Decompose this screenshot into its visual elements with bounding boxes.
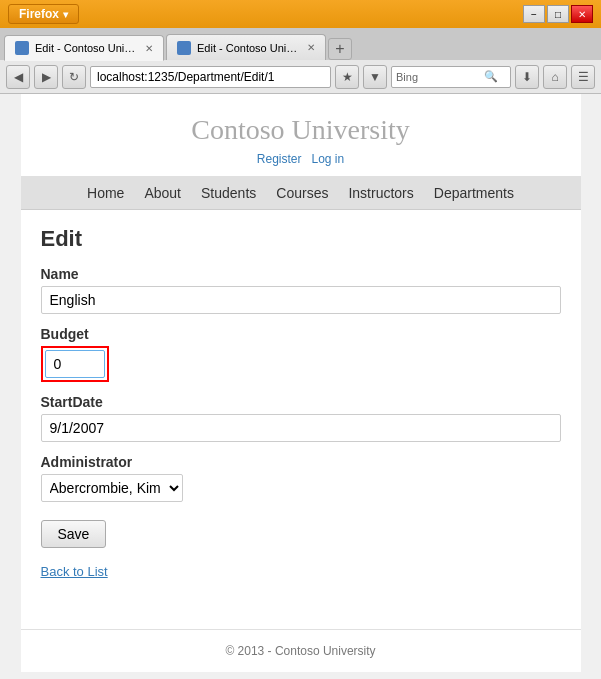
tab-0[interactable]: Edit - Contoso University ✕ — [4, 35, 164, 61]
name-label: Name — [41, 266, 561, 282]
address-input[interactable] — [90, 66, 331, 88]
menu-button[interactable]: ☰ — [571, 65, 595, 89]
save-button[interactable]: Save — [41, 520, 107, 548]
name-group: Name — [41, 266, 561, 314]
search-input[interactable] — [421, 70, 481, 84]
footer-text: © 2013 - Contoso University — [225, 644, 375, 658]
login-link[interactable]: Log in — [312, 152, 345, 166]
title-bar: Firefox − □ ✕ — [0, 0, 601, 28]
budget-label: Budget — [41, 326, 561, 342]
startdate-group: StartDate — [41, 394, 561, 442]
download-button[interactable]: ⬇ — [515, 65, 539, 89]
budget-group: Budget — [41, 326, 561, 382]
budget-input[interactable] — [45, 350, 105, 378]
nav-students[interactable]: Students — [201, 185, 256, 201]
page-content: Contoso University Register Log in Home … — [0, 94, 601, 679]
nav-courses[interactable]: Courses — [276, 185, 328, 201]
search-icon[interactable]: 🔍 — [484, 70, 498, 83]
tab-icon-1 — [177, 41, 191, 55]
main-content: Edit Name Budget StartDate Administrator — [21, 210, 581, 609]
site-footer: © 2013 - Contoso University — [21, 629, 581, 672]
nav-about[interactable]: About — [144, 185, 181, 201]
address-bar: ◀ ▶ ↻ ★ ▼ Bing 🔍 ⬇ ⌂ ☰ — [0, 60, 601, 94]
tab-label-1: Edit - Contoso University — [197, 42, 301, 54]
tab-icon-0 — [15, 41, 29, 55]
startdate-label: StartDate — [41, 394, 561, 410]
tab-close-1[interactable]: ✕ — [307, 42, 315, 53]
administrator-label: Administrator — [41, 454, 561, 470]
tab-1[interactable]: Edit - Contoso University ✕ — [166, 34, 326, 60]
back-to-list-link[interactable]: Back to List — [41, 564, 561, 579]
window-controls: − □ ✕ — [523, 5, 593, 23]
refresh-button[interactable]: ↻ — [62, 65, 86, 89]
home-button[interactable]: ⌂ — [543, 65, 567, 89]
close-button[interactable]: ✕ — [571, 5, 593, 23]
down-arrow-button[interactable]: ▼ — [363, 65, 387, 89]
site-header: Contoso University Register Log in — [21, 94, 581, 177]
search-engine-label: Bing — [396, 71, 418, 83]
browser-chrome: Firefox − □ ✕ Edit - Contoso University … — [0, 0, 601, 94]
administrator-group: Administrator Abercrombie, Kim Fakhouri,… — [41, 454, 561, 502]
administrator-select[interactable]: Abercrombie, Kim Fakhouri, Fadi Harui, R… — [41, 474, 183, 502]
search-bar: Bing 🔍 — [391, 66, 511, 88]
new-tab-button[interactable]: + — [328, 38, 352, 60]
site-title: Contoso University — [21, 114, 581, 146]
page-heading: Edit — [41, 226, 561, 252]
name-input[interactable] — [41, 286, 561, 314]
tab-label-0: Edit - Contoso University — [35, 42, 139, 54]
tab-close-0[interactable]: ✕ — [145, 43, 153, 54]
site-nav: Home About Students Courses Instructors … — [21, 177, 581, 210]
firefox-menu-button[interactable]: Firefox — [8, 4, 79, 24]
nav-home[interactable]: Home — [87, 185, 124, 201]
nav-instructors[interactable]: Instructors — [348, 185, 413, 201]
back-button[interactable]: ◀ — [6, 65, 30, 89]
minimize-button[interactable]: − — [523, 5, 545, 23]
tab-bar: Edit - Contoso University ✕ Edit - Conto… — [0, 28, 601, 60]
register-link[interactable]: Register — [257, 152, 302, 166]
nav-departments[interactable]: Departments — [434, 185, 514, 201]
website: Contoso University Register Log in Home … — [21, 94, 581, 672]
maximize-button[interactable]: □ — [547, 5, 569, 23]
forward-button[interactable]: ▶ — [34, 65, 58, 89]
budget-highlight — [41, 346, 109, 382]
startdate-input[interactable] — [41, 414, 561, 442]
star-button[interactable]: ★ — [335, 65, 359, 89]
site-auth: Register Log in — [21, 152, 581, 166]
